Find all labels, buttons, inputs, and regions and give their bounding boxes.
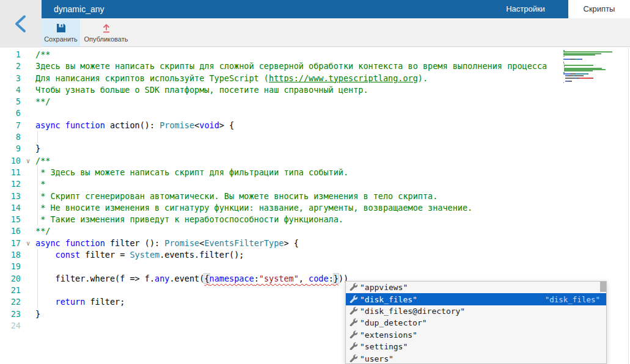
suggest-label: "appviews": [360, 283, 408, 292]
indent-guide: [37, 285, 38, 296]
code-text: return filter;: [35, 297, 125, 307]
code-token: Чтобы узнать больше о SDK платформы, пос…: [35, 85, 368, 95]
line-number: 3: [0, 73, 21, 84]
code-token: Promise: [159, 120, 194, 130]
line-number: 22: [0, 296, 21, 308]
code-token: > {: [219, 120, 234, 130]
code-token: :: [254, 274, 259, 283]
indent-guide: [37, 261, 38, 272]
code-token: filter.where(f => f.: [35, 274, 155, 283]
code-line[interactable]: 7async function action(): Promise<void> …: [0, 120, 562, 131]
line-number: 5: [0, 96, 21, 107]
code-line[interactable]: 16**/: [0, 225, 562, 237]
suggest-label: "disk_files@directory": [360, 307, 465, 316]
line-number: 1: [0, 49, 21, 60]
code-token: **/: [35, 96, 50, 106]
suggest-item[interactable]: "settings": [346, 341, 606, 352]
suggest-item[interactable]: "extensions": [346, 329, 606, 341]
code-text: **/: [35, 226, 50, 236]
minimap-line: [563, 84, 620, 85]
code-token: https://www.typescriptlang.org: [269, 73, 418, 83]
code-token: code: [309, 274, 329, 283]
code-text: }: [35, 144, 40, 153]
minimap[interactable]: [563, 50, 620, 85]
code-token: :: [329, 274, 334, 283]
tab-scripts[interactable]: Скрипты: [568, 0, 630, 18]
code-token: filter;: [85, 297, 125, 307]
editor-right-border: [628, 48, 629, 364]
code-token: Для написания скриптов используйте TypeS…: [35, 73, 269, 83]
line-number: 9: [0, 143, 21, 155]
fold-chevron-down-icon[interactable]: ∨: [21, 155, 35, 167]
publish-button[interactable]: Опубликовать: [80, 18, 132, 46]
floppy-disk-icon: [56, 23, 67, 34]
indent-guide: [37, 178, 38, 190]
code-line[interactable]: 17∨async function filter (): Promise<Eve…: [0, 238, 562, 249]
suggest-item[interactable]: "disk_files@directory": [346, 305, 606, 317]
line-number: 20: [0, 273, 21, 285]
suggest-item[interactable]: "dup_detector": [346, 317, 606, 329]
code-line[interactable]: 5**/: [0, 96, 562, 107]
code-line[interactable]: 11 * Здесь вы можете написать скрипт для…: [0, 167, 562, 178]
code-token: filter =: [80, 250, 130, 260]
code-line[interactable]: 8: [0, 131, 562, 143]
page-title: dynamic_any: [42, 4, 104, 14]
suggest-item[interactable]: "users": [346, 352, 606, 364]
indent-guide: [37, 191, 38, 202]
fold-chevron-down-icon[interactable]: ∨: [21, 238, 35, 249]
wrench-icon: [349, 341, 360, 352]
code-line[interactable]: 1/**: [0, 49, 562, 60]
suggest-item[interactable]: "disk_files""disk_files": [346, 293, 606, 305]
chevron-left-icon: [13, 14, 29, 34]
back-button[interactable]: [0, 0, 42, 48]
code-editor[interactable]: 1/**2Здесь вы можете написать скрипты дл…: [0, 48, 630, 364]
line-number: 10: [0, 155, 21, 167]
code-token: filter ():: [105, 238, 165, 248]
code-line[interactable]: 19: [0, 261, 562, 272]
code-text: Чтобы узнать больше о SDK платформы, пос…: [35, 85, 368, 95]
indent-guide: [37, 273, 38, 285]
code-line[interactable]: 3Для написания скриптов используйте Type…: [0, 73, 562, 84]
code-line[interactable]: 18 const filter = System.events.filter()…: [0, 249, 562, 261]
code-token: void: [199, 120, 219, 130]
suggest-label: "settings": [360, 342, 408, 351]
suggest-item[interactable]: "appviews": [346, 282, 606, 293]
code-text: * Такие изменения приведут к неработоспо…: [35, 214, 343, 224]
code-token: return: [56, 297, 86, 307]
code-line[interactable]: 10∨/**: [0, 155, 562, 167]
suggest-scrollbar-thumb[interactable]: [600, 282, 606, 292]
code-token: {: [204, 274, 209, 283]
code-line[interactable]: 4Чтобы узнать больше о SDK платформы, по…: [0, 84, 562, 96]
code-token: EventsFilterType: [204, 238, 284, 248]
code-line[interactable]: 6: [0, 107, 562, 119]
suggest-label: "extensions": [360, 330, 417, 340]
tab-settings[interactable]: Настройки: [483, 0, 568, 18]
code-line[interactable]: 2Здесь вы можете написать скрипты для сл…: [0, 60, 562, 72]
wrench-icon: [349, 294, 360, 305]
code-line[interactable]: 13 * Скрипт сгенерирован автоматически. …: [0, 191, 562, 202]
code-text: filter.where(f => f.any.event({namespace…: [35, 274, 348, 283]
code-token: }: [35, 144, 40, 153]
code-token: Promise: [164, 238, 199, 248]
code-text: * Скрипт сгенерирован автоматически. Вы …: [35, 191, 438, 201]
code-token: any: [155, 274, 169, 283]
line-number: 15: [0, 214, 21, 225]
code-token: **/: [35, 226, 50, 236]
save-button[interactable]: Сохранить: [42, 18, 80, 46]
line-number: 8: [0, 131, 21, 143]
code-text: * Не вносите изменения в сигнатуру функц…: [35, 203, 472, 213]
code-line[interactable]: 9}: [0, 143, 562, 155]
line-number: 11: [0, 167, 21, 178]
code-line[interactable]: 15 * Такие изменения приведут к неработо…: [0, 214, 562, 225]
indent-guide: [37, 202, 38, 214]
code-token: "system": [259, 274, 299, 283]
code-line[interactable]: 14 * Не вносите изменения в сигнатуру фу…: [0, 202, 562, 214]
autocomplete-dropdown: "appviews""disk_files""disk_files""disk_…: [345, 281, 607, 364]
code-text: async function filter (): Promise<Events…: [35, 238, 299, 248]
indent-guide: [37, 296, 38, 308]
line-number: 16: [0, 225, 21, 237]
code-line[interactable]: 12 *: [0, 178, 562, 190]
code-text: }: [35, 309, 40, 319]
indent-guide: [37, 131, 38, 143]
upload-arrow-icon: [101, 23, 112, 34]
